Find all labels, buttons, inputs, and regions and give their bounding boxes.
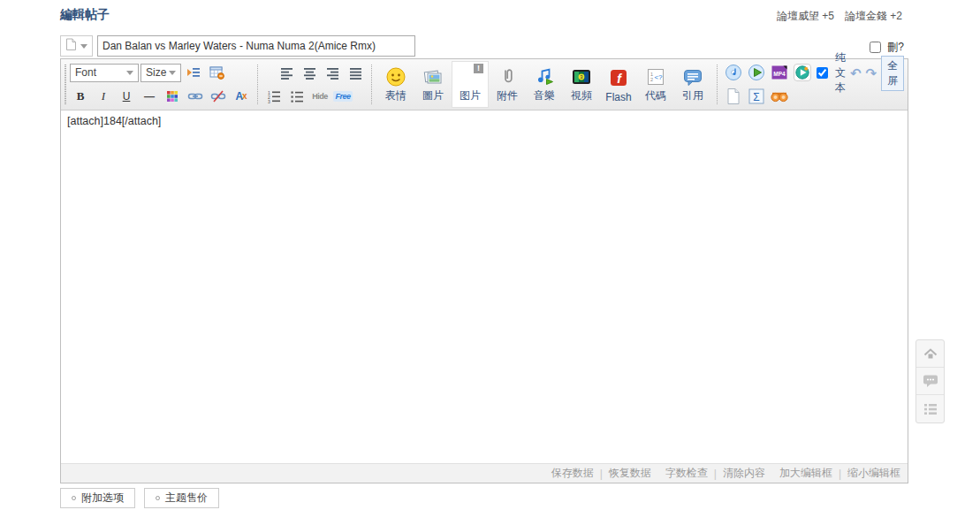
plain-text-checkbox[interactable] bbox=[817, 67, 828, 79]
cd-music-icon bbox=[725, 64, 742, 81]
font-family-select[interactable]: Font bbox=[70, 64, 139, 82]
forum-credits: 論壇威望 +5 論壇金錢 +2 bbox=[777, 9, 902, 24]
toolbar-group-media: MP4 Σ bbox=[723, 61, 813, 108]
home-icon bbox=[923, 346, 938, 361]
font-size-select[interactable]: Size bbox=[141, 64, 181, 82]
hide-tag-button[interactable]: Hide bbox=[309, 87, 330, 105]
remove-link-button[interactable] bbox=[208, 87, 229, 105]
subject-input[interactable] bbox=[97, 35, 415, 57]
remove-format-button[interactable]: Ax bbox=[231, 87, 252, 105]
extra-options-button[interactable]: 附加选项 bbox=[60, 488, 135, 508]
align-center-button[interactable] bbox=[299, 64, 320, 82]
formula-button[interactable]: Σ bbox=[746, 87, 767, 105]
toggle-dot-icon bbox=[156, 496, 160, 500]
font-color-button[interactable] bbox=[162, 87, 183, 105]
horizontal-rule-button[interactable]: — bbox=[139, 87, 160, 105]
code-icon: 12<? bbox=[645, 65, 666, 88]
music-note-icon bbox=[534, 65, 555, 88]
align-justify-button[interactable] bbox=[345, 64, 366, 82]
list-icon bbox=[923, 403, 938, 415]
enlarge-editor-link[interactable]: 加大编辑框 bbox=[779, 466, 832, 481]
align-justify-icon bbox=[348, 66, 363, 80]
free-tag-button[interactable]: Free bbox=[332, 87, 353, 105]
goggles-icon bbox=[770, 88, 789, 104]
svg-text:3: 3 bbox=[268, 98, 270, 103]
svg-text:Σ: Σ bbox=[753, 90, 759, 103]
insert-image-button[interactable]: ! 图片 bbox=[452, 61, 489, 108]
indent-icon bbox=[186, 65, 201, 80]
svg-text:1: 1 bbox=[650, 71, 653, 76]
insert-music-button[interactable]: 音樂 bbox=[526, 61, 563, 108]
comments-button[interactable] bbox=[916, 368, 944, 395]
insert-quote-button[interactable]: 引用 bbox=[674, 61, 711, 108]
clear-content-link[interactable]: 清除内容 bbox=[723, 466, 765, 481]
toolbar-separator bbox=[371, 65, 372, 104]
edit-post-page: 編輯帖子 論壇威望 +5 論壇金錢 +2 刪? Font bbox=[0, 0, 980, 510]
align-left-button[interactable] bbox=[276, 64, 297, 82]
chevron-down-icon bbox=[126, 71, 133, 75]
credit-prestige: 論壇威望 +5 bbox=[777, 9, 834, 24]
word-count-link[interactable]: 字数检查 bbox=[665, 466, 708, 481]
tv-icon: 3 bbox=[571, 65, 592, 88]
footer-option-buttons: 附加选项 主题售价 bbox=[60, 488, 219, 508]
shrink-editor-link[interactable]: 缩小编辑框 bbox=[847, 466, 900, 481]
insert-flash-button[interactable]: f Flash bbox=[600, 61, 637, 108]
comment-icon bbox=[923, 374, 938, 388]
mp4-button[interactable]: MP4 bbox=[769, 64, 790, 82]
flash-icon: f bbox=[608, 65, 629, 91]
color-palette-icon bbox=[166, 90, 179, 103]
align-right-button[interactable] bbox=[322, 64, 343, 82]
player-icon bbox=[794, 64, 811, 81]
insert-link-button[interactable] bbox=[185, 87, 206, 105]
insert-video-button[interactable]: 3 視頻 bbox=[563, 61, 600, 108]
smilies-button[interactable]: 表情 bbox=[377, 61, 414, 108]
topic-type-dropdown[interactable] bbox=[60, 35, 93, 57]
blank-page-icon bbox=[726, 88, 741, 105]
subject-row bbox=[60, 35, 415, 57]
link-icon bbox=[187, 90, 203, 103]
media-player-button[interactable] bbox=[792, 64, 813, 82]
attachment-button[interactable]: 附件 bbox=[489, 61, 526, 108]
toolbar-group-paragraph: 123 Hide Free bbox=[263, 61, 366, 108]
insert-photos-button[interactable]: 圖片 bbox=[414, 61, 452, 108]
floating-side-panel bbox=[915, 339, 945, 423]
table-clear-icon bbox=[209, 65, 224, 80]
delete-checkbox[interactable] bbox=[870, 42, 881, 53]
photos-icon bbox=[422, 65, 444, 88]
indent-button[interactable] bbox=[183, 64, 204, 82]
topic-price-button[interactable]: 主题售价 bbox=[144, 488, 219, 508]
ordered-list-icon: 123 bbox=[266, 89, 282, 103]
insert-code-button[interactable]: 12<? 代碼 bbox=[637, 61, 674, 108]
toolbar-separator bbox=[257, 65, 258, 104]
sigma-icon: Σ bbox=[748, 88, 764, 104]
clear-table-button[interactable] bbox=[206, 64, 227, 82]
toolbar-grip bbox=[65, 65, 66, 104]
align-left-icon bbox=[279, 66, 294, 80]
chevron-down-icon bbox=[80, 44, 87, 49]
underline-button[interactable]: U bbox=[116, 87, 137, 105]
restore-data-link[interactable]: 恢复数据 bbox=[609, 466, 651, 481]
page-title: 編輯帖子 bbox=[60, 7, 110, 23]
back-to-top-button[interactable] bbox=[916, 340, 944, 368]
thread-list-button[interactable] bbox=[916, 395, 944, 422]
music-disc-button[interactable] bbox=[723, 64, 744, 82]
bold-button[interactable]: B bbox=[70, 87, 91, 105]
delete-option: 刪? bbox=[866, 39, 904, 56]
free-icon: Free bbox=[333, 91, 352, 102]
undo-icon[interactable]: ↶ bbox=[850, 66, 862, 80]
toggle-dot-icon bbox=[72, 496, 76, 500]
italic-button[interactable]: I bbox=[93, 87, 114, 105]
chevron-down-icon bbox=[169, 71, 176, 75]
video-disc-button[interactable] bbox=[746, 64, 767, 82]
ordered-list-button[interactable]: 123 bbox=[263, 87, 285, 105]
bullet-list-icon bbox=[289, 89, 305, 103]
new-page-button[interactable] bbox=[723, 87, 744, 105]
message-textarea[interactable]: [attach]184[/attach] bbox=[61, 110, 908, 463]
save-data-link[interactable]: 保存数据 bbox=[551, 466, 594, 481]
page-icon bbox=[65, 38, 77, 54]
bullet-list-button[interactable] bbox=[286, 87, 308, 105]
game-goggles-button[interactable] bbox=[769, 87, 790, 105]
post-editor: Font Size B I bbox=[60, 58, 908, 483]
unlink-icon bbox=[210, 90, 226, 103]
redo-icon[interactable]: ↷ bbox=[866, 66, 877, 80]
